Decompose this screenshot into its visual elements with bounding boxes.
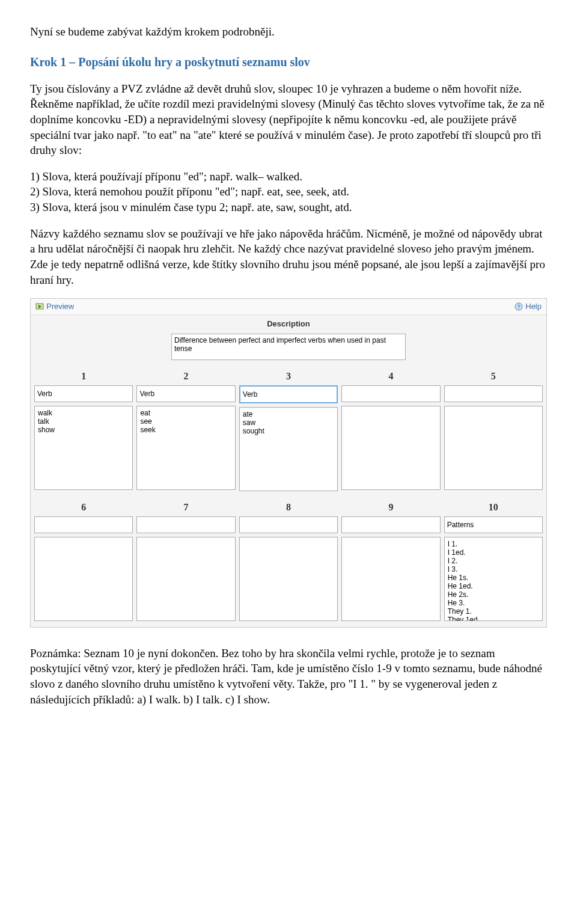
column: 4: [341, 366, 440, 491]
columns-row-1: 12345: [31, 366, 546, 497]
column-number: 7: [136, 497, 235, 516]
column-header-input[interactable]: [239, 516, 338, 533]
paragraph-1: Ty jsou číslovány a PVZ zvládne až devět…: [30, 81, 547, 158]
section-title: Krok 1 – Popsání úkolu hry a poskytnutí …: [30, 54, 547, 70]
preview-label: Preview: [46, 301, 74, 312]
column: 2: [136, 366, 235, 491]
column-body-input[interactable]: [444, 537, 543, 621]
paragraph-2: Názvy každého seznamu slov se používají …: [30, 226, 547, 288]
column: 6: [34, 497, 133, 621]
column-body-input[interactable]: [239, 537, 338, 621]
column: 7: [136, 497, 235, 621]
list-item-3: 3) Slova, která jsou v minulém čase typu…: [30, 200, 547, 215]
column-body-input[interactable]: [444, 406, 543, 490]
note-paragraph: Poznámka: Seznam 10 je nyní dokončen. Be…: [30, 646, 547, 708]
column: 9: [341, 497, 440, 621]
help-label: Help: [525, 301, 542, 312]
columns-row-2: 678910: [31, 497, 546, 627]
column-body-input[interactable]: [341, 406, 440, 490]
column-header-input[interactable]: [136, 385, 235, 402]
column: 5: [444, 366, 543, 491]
preview-button[interactable]: Preview: [35, 301, 74, 312]
column-header-input[interactable]: [444, 385, 543, 402]
column-number: 4: [341, 366, 440, 385]
column: 10: [444, 497, 543, 621]
column-header-input[interactable]: [34, 516, 133, 533]
description-label: Description: [267, 319, 310, 328]
column-number: 2: [136, 366, 235, 385]
intro-text: Nyní se budeme zabývat každým krokem pod…: [30, 24, 547, 40]
column: 1: [34, 366, 133, 491]
column-number: 6: [34, 497, 133, 516]
help-icon: ?: [514, 302, 523, 311]
column-body-input[interactable]: [34, 537, 133, 621]
svg-text:?: ?: [517, 304, 521, 310]
column-header-input[interactable]: [239, 385, 338, 403]
column-header-input[interactable]: [444, 516, 543, 533]
preview-icon: [35, 303, 44, 310]
help-button[interactable]: ? Help: [514, 301, 542, 312]
column-header-input[interactable]: [34, 385, 133, 402]
column-body-input[interactable]: [341, 537, 440, 621]
column: 3: [239, 366, 338, 491]
column-header-input[interactable]: [136, 516, 235, 533]
column-body-input[interactable]: [136, 406, 235, 490]
column: 8: [239, 497, 338, 621]
column-number: 8: [239, 497, 338, 516]
description-input[interactable]: [171, 334, 406, 360]
column-number: 10: [444, 497, 543, 516]
column-header-input[interactable]: [341, 385, 440, 402]
column-body-input[interactable]: [34, 406, 133, 490]
column-number: 5: [444, 366, 543, 385]
column-body-input[interactable]: [239, 407, 338, 491]
column-header-input[interactable]: [341, 516, 440, 533]
column-body-input[interactable]: [136, 537, 235, 621]
column-number: 3: [239, 366, 338, 385]
list-item-1: 1) Slova, která používají příponu "ed"; …: [30, 169, 547, 185]
editor-panel: Preview ? Help Description 12345 678910: [30, 298, 547, 627]
panel-toolbar: Preview ? Help: [31, 299, 546, 315]
list-item-2: 2) Slova, která nemohou použít příponu "…: [30, 184, 547, 200]
column-number: 1: [34, 366, 133, 385]
column-number: 9: [341, 497, 440, 516]
